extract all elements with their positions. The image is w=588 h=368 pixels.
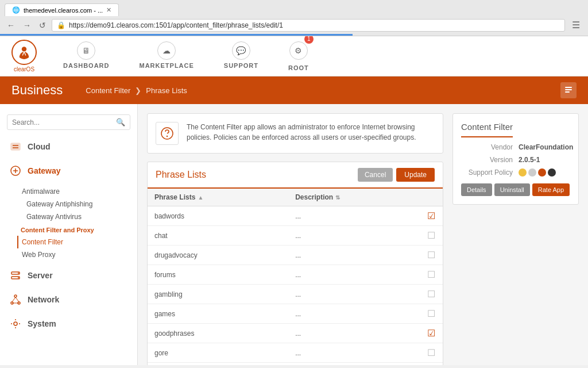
search-icon: 🔍 — [116, 118, 125, 126]
support-label: Support Policy — [461, 168, 513, 177]
table-row: gore...☐ — [148, 343, 443, 363]
nav-root-label: ROOT — [288, 64, 309, 71]
breadcrumb-content-filter[interactable]: Content Filter — [86, 86, 130, 95]
support-icon: 💬 — [232, 41, 250, 60]
row-desc-6: ... — [288, 324, 420, 343]
network-icon — [9, 293, 22, 306]
system-icon — [9, 317, 22, 330]
sidebar-server-label: Server — [28, 271, 53, 280]
row-name-0: badwords — [148, 206, 288, 226]
dot-3 — [538, 168, 546, 177]
col-phrase-lists[interactable]: Phrase Lists ▲ — [148, 189, 288, 206]
svg-rect-2 — [565, 89, 572, 90]
nav-marketplace[interactable]: ☁ MARKETPLACE — [130, 37, 203, 76]
row-desc-3: ... — [288, 265, 420, 285]
nav-root[interactable]: ⚙ 1 ROOT — [279, 37, 318, 76]
row-name-1: chat — [148, 226, 288, 246]
content-filter-card: Content Filter Vendor ClearFoundation Ve… — [452, 113, 579, 205]
svg-rect-4 — [11, 143, 20, 150]
content-area: The Content Filter app allows an adminis… — [138, 104, 588, 365]
nav-dashboard[interactable]: 🖥 DASHBOARD — [54, 37, 119, 76]
row-checkbox-8[interactable]: ☐ — [420, 363, 443, 366]
forward-button[interactable]: → — [21, 20, 33, 31]
row-checkbox-5[interactable]: ☐ — [420, 304, 443, 324]
tab-favicon: 🌐 — [12, 6, 20, 14]
logo-circle — [11, 40, 37, 65]
web-proxy-label: Web Proxy — [22, 251, 55, 259]
tab-close-btn[interactable]: ✕ — [106, 6, 111, 14]
sort-asc-icon: ▲ — [198, 194, 203, 201]
content-main: The Content Filter app allows an adminis… — [147, 113, 443, 356]
col-description[interactable]: Description ⇅ — [288, 189, 420, 206]
browser-tab[interactable]: 🌐 themedevel.clearos.com - ... ✕ — [5, 3, 119, 16]
row-desc-2: ... — [288, 246, 420, 265]
submenu-antimalware[interactable]: Antimalware — [17, 185, 128, 198]
sidebar-item-server[interactable]: Server — [0, 263, 137, 288]
submenu-content-filter[interactable]: Content Filter — [17, 236, 128, 248]
app-header: clearOS 🖥 DASHBOARD ☁ MARKETPLACE 💬 SUPP… — [0, 36, 588, 76]
content-filter-proxy-title: Content Filter and Proxy — [17, 227, 128, 233]
browser-menu-btn[interactable]: ☰ — [568, 18, 583, 32]
sort-desc-icon: ⇅ — [335, 194, 340, 201]
breadcrumb-phrase-lists: Phrase Lists — [146, 86, 187, 95]
antimalware-label: Antimalware — [22, 187, 60, 195]
details-button[interactable]: Details — [461, 183, 492, 196]
row-name-8: illegaldrugs — [148, 363, 288, 366]
back-button[interactable]: ← — [5, 20, 17, 31]
table-row: games...☐ — [148, 304, 443, 324]
row-checkbox-7[interactable]: ☐ — [420, 343, 443, 363]
nav-dashboard-label: DASHBOARD — [63, 62, 110, 69]
checkbox-unchecked-icon: ☐ — [427, 250, 435, 260]
nav-support[interactable]: 💬 SUPPORT — [215, 37, 268, 76]
row-checkbox-4[interactable]: ☐ — [420, 285, 443, 304]
edit-icon[interactable] — [560, 82, 577, 98]
uninstall-button[interactable]: Uninstall — [494, 183, 530, 196]
content-filter-info-icon — [156, 122, 179, 145]
address-bar: ← → ↺ 🔒 https://demo91.clearos.com:1501/… — [0, 16, 588, 34]
svg-point-0 — [22, 47, 26, 51]
sidebar-network-label: Network — [28, 295, 59, 304]
svg-point-8 — [18, 273, 19, 274]
url-lock-icon: 🔒 — [57, 21, 65, 29]
refresh-button[interactable]: ↺ — [37, 20, 48, 31]
url-box[interactable]: 🔒 https://demo91.clearos.com:1501/app/co… — [52, 19, 565, 32]
checkbox-unchecked-icon: ☐ — [427, 289, 435, 299]
logo-text: clearOS — [14, 66, 34, 72]
phrase-lists-header: Phrase Lists Cancel Update — [148, 162, 443, 189]
row-checkbox-6[interactable]: ☑ — [420, 324, 443, 343]
main-area: 🔍 Cloud Gateway Antimalware — [0, 104, 588, 365]
sidebar-item-network[interactable]: Network — [0, 288, 137, 312]
card-version-row: Version 2.0.5-1 — [461, 156, 570, 164]
submenu-antiphishing[interactable]: Gateway Antiphishing — [17, 198, 128, 210]
row-checkbox-3[interactable]: ☐ — [420, 265, 443, 285]
rate-app-button[interactable]: Rate App — [532, 183, 570, 196]
row-name-7: gore — [148, 343, 288, 363]
sidebar-gateway-label: Gateway — [28, 166, 61, 175]
dot-4 — [548, 168, 556, 177]
search-box[interactable]: 🔍 — [7, 114, 130, 130]
checkbox-unchecked-icon: ☐ — [427, 348, 435, 358]
sidebar-item-gateway[interactable]: Gateway — [0, 159, 137, 183]
cancel-button[interactable]: Cancel — [358, 168, 393, 182]
submenu-antivirus[interactable]: Gateway Antivirus — [17, 210, 128, 223]
sidebar-gateway-submenu: Antimalware Gateway Antiphishing Gateway… — [0, 183, 137, 263]
submenu-web-proxy[interactable]: Web Proxy — [17, 248, 128, 261]
phrase-lists-col-label: Phrase Lists — [154, 193, 195, 201]
update-button[interactable]: Update — [396, 168, 435, 182]
search-input[interactable] — [12, 118, 113, 126]
server-icon — [9, 269, 22, 282]
card-vendor-row: Vendor ClearFoundation — [461, 143, 570, 151]
row-checkbox-1[interactable]: ☐ — [420, 226, 443, 246]
sidebar: 🔍 Cloud Gateway Antimalware — [0, 104, 138, 365]
sidebar-item-cloud[interactable]: Cloud — [0, 135, 137, 159]
browser-chrome: 🌐 themedevel.clearos.com - ... ✕ ← → ↺ 🔒… — [0, 0, 588, 36]
svg-rect-3 — [565, 91, 570, 93]
vendor-value: ClearFoundation — [519, 143, 573, 151]
row-checkbox-0[interactable]: ☑ — [420, 206, 443, 226]
row-checkbox-2[interactable]: ☐ — [420, 246, 443, 265]
phrase-lists-tbody: badwords...☑chat...☐drugadvocacy...☐foru… — [148, 206, 443, 366]
gateway-icon — [9, 164, 22, 177]
sidebar-item-system[interactable]: System — [0, 312, 137, 336]
row-desc-1: ... — [288, 226, 420, 246]
phrase-lists-actions: Cancel Update — [358, 168, 435, 182]
